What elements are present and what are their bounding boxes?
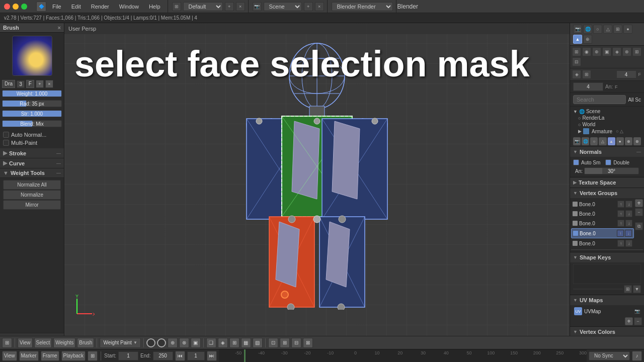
texture-space-header[interactable]: ▶ Texture Space bbox=[570, 177, 644, 188]
rp-obj-icon[interactable]: △ bbox=[603, 25, 612, 34]
uv-add-btn[interactable]: + bbox=[625, 317, 633, 325]
search-input[interactable] bbox=[573, 95, 626, 104]
rp-mat-icon[interactable]: ● bbox=[623, 25, 632, 34]
view-label-bt[interactable]: View bbox=[18, 338, 33, 348]
rad-slider[interactable]: Rad: 35 px bbox=[2, 100, 62, 107]
bone-item-0[interactable]: Bone.0 ↑ ↓ bbox=[571, 200, 634, 209]
weight-slider[interactable]: Weight: 1.000 bbox=[2, 90, 62, 97]
start-input[interactable] bbox=[118, 351, 138, 360]
rp-bone-icon[interactable]: ⊕ bbox=[583, 35, 592, 44]
vertex-groups-header[interactable]: ▼ Vertex Groups bbox=[570, 188, 644, 198]
bt-action-6[interactable]: ⊞ bbox=[229, 338, 239, 348]
tree-armature[interactable]: ▶ Armature ○ △ bbox=[572, 128, 642, 135]
bone-ctrl-up-1[interactable]: ↑ bbox=[617, 210, 624, 217]
end-input[interactable] bbox=[153, 351, 173, 360]
tree-world[interactable]: ○ World bbox=[572, 121, 642, 128]
frame-input[interactable] bbox=[187, 351, 205, 360]
scene-add-icon[interactable]: + bbox=[304, 2, 313, 11]
maximize-btn[interactable] bbox=[21, 4, 27, 10]
mode-display[interactable]: Weight Paint ▼ bbox=[100, 338, 140, 348]
bone-item-1[interactable]: Bone.0 ↑ ↓ bbox=[571, 209, 634, 218]
curve-toggle[interactable]: ▶ Curve — bbox=[0, 158, 64, 168]
view-icon-5[interactable]: ◈ bbox=[612, 47, 621, 56]
prop-icon-6[interactable]: ● bbox=[616, 137, 624, 145]
menu-help[interactable]: Help bbox=[145, 3, 165, 11]
bt-action-3[interactable]: ▣ bbox=[191, 338, 201, 348]
bt-action-7[interactable]: ▦ bbox=[241, 338, 251, 348]
prop-icon-8[interactable]: ⊗ bbox=[633, 137, 641, 145]
no-sync-dropdown[interactable]: No Sync bbox=[589, 351, 630, 360]
shape-keys-header[interactable]: ▼ Shape Keys bbox=[570, 252, 644, 262]
sk-action-1[interactable]: ⊞ bbox=[624, 285, 632, 293]
vg-add-btn[interactable]: + bbox=[635, 199, 643, 207]
tl-playback-label[interactable]: Playback bbox=[61, 351, 86, 361]
rp-world-icon[interactable]: ○ bbox=[593, 25, 602, 34]
layer-num[interactable]: 4 bbox=[616, 70, 636, 78]
view-icon-1[interactable]: ⊞ bbox=[572, 47, 581, 56]
layer-icon-2[interactable]: ⊞ bbox=[582, 70, 591, 79]
engine-dropdown[interactable]: Blender Render bbox=[332, 2, 393, 11]
normalize-all-btn[interactable]: Normalize All bbox=[3, 180, 61, 190]
brush-plus-btn[interactable]: + bbox=[36, 80, 44, 88]
vg-remove-btn[interactable]: − bbox=[635, 208, 643, 216]
bone-ctrl-dn-3[interactable]: ↓ bbox=[625, 230, 632, 237]
bone-ctrl-dn-1[interactable]: ↓ bbox=[625, 210, 632, 217]
str-slider[interactable]: Str: 1.000 bbox=[2, 110, 62, 117]
uv-remove-btn[interactable]: − bbox=[634, 317, 642, 325]
menu-window[interactable]: Window bbox=[115, 3, 143, 11]
view-icon-7[interactable]: ⊞ bbox=[632, 47, 641, 56]
angle-slider[interactable]: 30° bbox=[584, 167, 639, 174]
view-icon-8[interactable]: ⊟ bbox=[572, 57, 581, 66]
normals-header[interactable]: ▼ Normals — bbox=[570, 147, 644, 157]
rp-data-icon[interactable]: ▲ bbox=[573, 35, 582, 44]
bt-action-2[interactable]: ⊗ bbox=[179, 338, 189, 348]
bt-action-4[interactable]: ❑ bbox=[206, 338, 216, 348]
rp-mesh-icon[interactable]: ⊞ bbox=[613, 25, 622, 34]
bt-action-8[interactable]: ▨ bbox=[253, 338, 263, 348]
prop-icon-1[interactable]: 📷 bbox=[573, 137, 581, 145]
normalize-btn[interactable]: Normalize bbox=[3, 190, 61, 200]
uvmap-name[interactable]: UVMap bbox=[584, 309, 632, 314]
bt-action-1[interactable]: ⊕ bbox=[168, 338, 178, 348]
menu-render[interactable]: Render bbox=[87, 3, 113, 11]
bone-ctrl-dn-4[interactable]: ↓ bbox=[625, 240, 632, 247]
sk-action-2[interactable]: ▼ bbox=[633, 285, 641, 293]
uv-maps-header[interactable]: ▼ UV Maps bbox=[570, 295, 644, 305]
bone-ctrl-up-0[interactable]: ↑ bbox=[617, 201, 624, 208]
bone-item-4[interactable]: Bone.0 ↑ ↓ bbox=[571, 239, 634, 248]
close-btn[interactable] bbox=[4, 4, 10, 10]
tl-next-btn[interactable]: ⏭ bbox=[207, 351, 217, 361]
f-btn[interactable]: F bbox=[26, 80, 34, 88]
auto-normal-checkbox[interactable] bbox=[3, 132, 9, 138]
bt-circle-2[interactable] bbox=[157, 338, 166, 347]
view-icon-4[interactable]: ▣ bbox=[602, 47, 611, 56]
mirror-btn[interactable]: Mirror bbox=[3, 200, 61, 210]
auto-smooth-cb[interactable] bbox=[573, 159, 579, 165]
tl-audio-btn[interactable]: ♪ bbox=[632, 351, 642, 361]
tl-prev-btn[interactable]: ⏮ bbox=[175, 351, 185, 361]
add-layout-icon[interactable]: + bbox=[225, 2, 234, 11]
bt-action-5[interactable]: ◈ bbox=[218, 338, 228, 348]
layer-icon-1[interactable]: ◈ bbox=[572, 70, 581, 79]
bt-action-9[interactable]: ⊡ bbox=[268, 338, 278, 348]
scene-remove-icon[interactable]: × bbox=[315, 2, 324, 11]
panel-close-btn[interactable]: × bbox=[58, 25, 61, 31]
tree-scene[interactable]: ▼ 🌐 Scene bbox=[572, 108, 642, 115]
bone-item-2[interactable]: Bone.0 ↑ ↓ bbox=[571, 219, 634, 228]
minimize-btn[interactable] bbox=[13, 4, 19, 10]
select-label-bt[interactable]: Select bbox=[34, 338, 52, 348]
bone-ctrl-up-4[interactable]: ↑ bbox=[617, 240, 624, 247]
prop-icon-3[interactable]: ○ bbox=[590, 137, 598, 145]
prop-icon-2[interactable]: 🌐 bbox=[582, 137, 589, 145]
bone-ctrl-dn-2[interactable]: ↓ bbox=[625, 220, 632, 227]
bt-action-10[interactable]: ⊞ bbox=[280, 338, 290, 348]
menu-edit[interactable]: Edit bbox=[67, 3, 85, 11]
view-icon-2[interactable]: ◉ bbox=[582, 47, 591, 56]
multi-paint-checkbox[interactable] bbox=[3, 140, 9, 146]
layout-dropdown[interactable]: Default bbox=[183, 2, 223, 11]
brush-x-btn[interactable]: × bbox=[45, 80, 53, 88]
bone-item-3[interactable]: Bone.0 ↑ ↓ bbox=[571, 228, 634, 238]
draw-mode-btn[interactable]: Dra bbox=[2, 80, 15, 88]
vg-copy-btn[interactable]: ⧉ bbox=[635, 222, 643, 230]
brush-label-bt[interactable]: Brush bbox=[77, 338, 94, 348]
